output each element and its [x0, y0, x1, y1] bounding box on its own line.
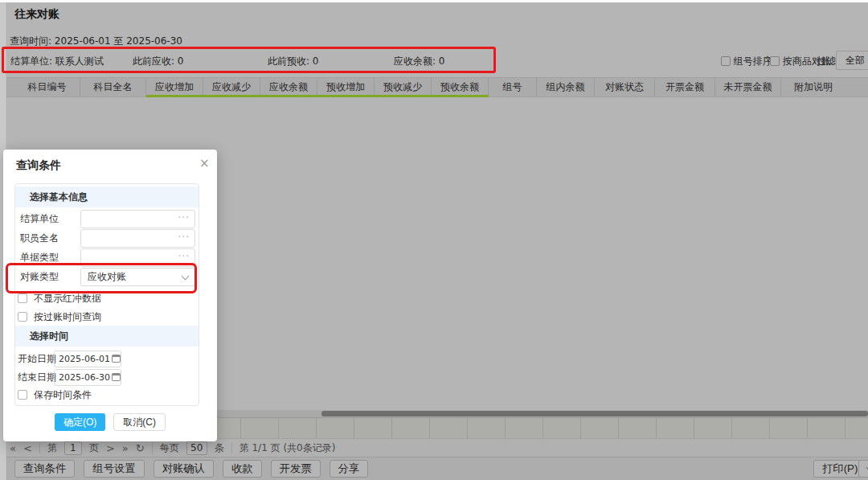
no-reversal-row[interactable]: 不显示红冲数据 [18, 293, 101, 306]
no-reversal-checkbox[interactable] [18, 293, 27, 303]
start-date-value: 2025-06-01 [59, 354, 110, 364]
end-date-row: 结束日期 2025-06-30 [18, 369, 56, 387]
ellipsis-picker-icon[interactable]: ··· [178, 210, 190, 227]
end-date-value: 2025-06-30 [59, 372, 110, 383]
dialog-buttons: 确定(O) 取消(C) [3, 413, 217, 431]
employee-name-input[interactable]: ··· [80, 229, 195, 248]
ok-button[interactable]: 确定(O) [55, 413, 105, 431]
no-reversal-label: 不显示红冲数据 [34, 293, 101, 304]
save-time-checkbox[interactable] [18, 390, 27, 400]
settlement-unit-input[interactable]: ··· [80, 210, 195, 228]
start-date-row: 开始日期 2025-06-01 [18, 351, 56, 368]
settlement-unit-row: 结算单位 ··· [20, 210, 197, 229]
document-type-input[interactable]: ··· [80, 248, 195, 267]
reconcile-type-row: 对账类型 应收对账 [20, 268, 197, 287]
settlement-unit-label: 结算单位 [20, 213, 59, 224]
employee-name-row: 职员全名 ··· [20, 229, 197, 248]
document-type-label: 单据类型 [20, 252, 59, 263]
save-time-row[interactable]: 保存时间条件 [18, 389, 92, 402]
dialog-title: 查询条件 [16, 158, 61, 173]
ellipsis-picker-icon[interactable]: ··· [178, 248, 190, 265]
chevron-down-icon [182, 273, 190, 281]
reconcile-type-value: 应收对账 [88, 271, 126, 282]
by-posting-time-row[interactable]: 按过账时间查询 [18, 311, 101, 324]
ellipsis-picker-icon[interactable]: ··· [178, 229, 190, 246]
save-time-label: 保存时间条件 [34, 389, 92, 400]
cancel-button[interactable]: 取消(C) [113, 413, 166, 431]
close-icon[interactable]: × [199, 156, 210, 170]
start-date-label: 开始日期 [18, 353, 56, 364]
by-posting-time-label: 按过账时间查询 [34, 311, 101, 322]
top-edge-strip [0, 0, 868, 2]
calendar-icon[interactable] [112, 373, 121, 381]
employee-name-label: 职员全名 [20, 232, 59, 244]
calendar-icon[interactable] [112, 355, 121, 363]
reconciliation-page: 往来对账 查询时间: 2025-06-01 至 2025-06-30 结算单位:… [0, 0, 868, 480]
time-section-header: 选择时间 [15, 326, 199, 347]
document-type-row: 单据类型 ··· [20, 248, 197, 268]
end-date-input[interactable]: 2025-06-30 [54, 369, 121, 386]
query-conditions-dialog: 查询条件 × 选择基本信息 结算单位 ··· 职员全名 ··· 单据类型 ···… [3, 150, 217, 441]
start-date-input[interactable]: 2025-06-01 [54, 351, 121, 367]
reconcile-type-select[interactable]: 应收对账 [80, 268, 195, 286]
basic-info-section-header: 选择基本信息 [15, 187, 199, 207]
end-date-label: 结束日期 [18, 371, 56, 383]
reconcile-type-label: 对账类型 [20, 271, 59, 282]
by-posting-time-checkbox[interactable] [18, 312, 27, 322]
